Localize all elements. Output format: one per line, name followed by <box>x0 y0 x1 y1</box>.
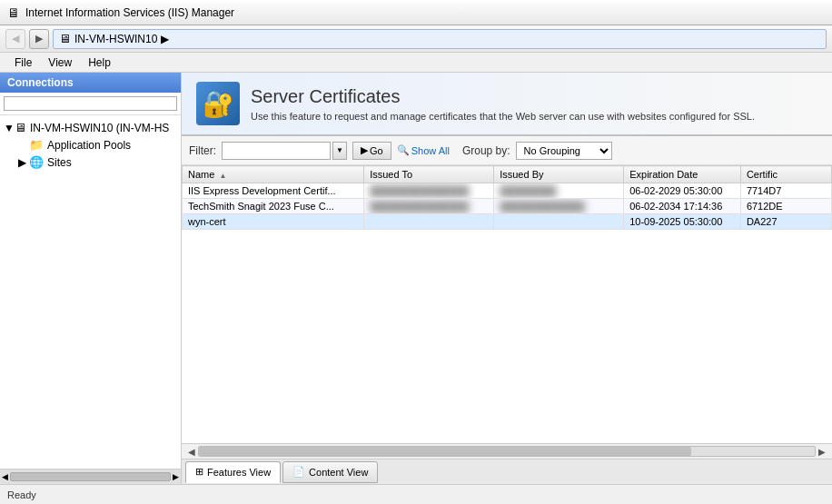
connections-tree: ▼ 🖥 IN-VM-HSWIN10 (IN-VM-HS 📁 Applicatio… <box>0 115 181 469</box>
hscroll-track[interactable] <box>198 446 816 457</box>
filter-label: Filter: <box>189 144 216 157</box>
breadcrumb: 🖥 IN-VM-HSWIN10 ▶ <box>53 29 827 49</box>
tree-label-sites: Sites <box>47 156 72 169</box>
table-body: IIS Express Development Certif... ██████… <box>183 183 832 230</box>
cell-name: TechSmith Snagit 2023 Fuse C... <box>183 199 364 214</box>
content-area: 🔐 Server Certificates Use this feature t… <box>182 73 832 484</box>
certificate-table-wrap: Name ▲ Issued To Issued By Expiration Da… <box>182 165 832 443</box>
cell-certificate: 6712DE <box>740 199 831 214</box>
tree-item-apppools[interactable]: 📁 Application Pools <box>0 136 181 153</box>
nav-bar: ◀ ▶ 🖥 IN-VM-HSWIN10 ▶ <box>0 25 832 53</box>
cell-issued-to: ██████████████ <box>364 199 494 214</box>
main-area: Connections ▼ 🖥 IN-VM-HSWIN10 (IN-VM-HS … <box>0 73 832 484</box>
cell-issued-by: ████████ <box>494 183 624 199</box>
cell-expiration: 06-02-2034 17:14:36 <box>624 199 741 214</box>
group-by-select[interactable]: No Grouping Issued By Expiration Date <box>516 142 612 160</box>
menu-bar: File View Help <box>0 53 832 73</box>
col-expiration[interactable]: Expiration Date <box>624 166 741 183</box>
server-icon: 🖥 <box>15 121 26 134</box>
certificate-table: Name ▲ Issued To Issued By Expiration Da… <box>182 165 832 230</box>
connections-header: Connections <box>0 73 181 93</box>
cell-name: IIS Express Development Certif... <box>183 183 364 199</box>
feature-header: 🔐 Server Certificates Use this feature t… <box>182 73 832 136</box>
server-cert-icon: 🔐 <box>203 89 234 119</box>
filter-input[interactable] <box>222 142 331 160</box>
filter-input-wrap: ▼ <box>222 142 347 160</box>
col-certificate[interactable]: Certific <box>740 166 831 183</box>
apppools-icon: 📁 <box>29 138 44 152</box>
table-row-selected[interactable]: wyn-cert 10-09-2025 05:30:00 DA227 <box>183 214 832 230</box>
feature-description: Use this feature to request and manage c… <box>251 111 755 122</box>
feature-title-area: Server Certificates Use this feature to … <box>251 86 755 122</box>
status-text: Ready <box>7 489 36 500</box>
tree-toggle-sites: ▶ <box>18 156 29 169</box>
forward-button[interactable]: ▶ <box>29 29 49 49</box>
back-button[interactable]: ◀ <box>5 29 25 49</box>
cell-issued-by: ████████████ <box>494 199 624 214</box>
horizontal-scrollbar[interactable]: ◀ ▶ <box>182 443 832 459</box>
cell-expiration: 06-02-2029 05:30:00 <box>624 183 741 199</box>
group-by-wrap: No Grouping Issued By Expiration Date <box>516 142 612 160</box>
connections-panel: Connections ▼ 🖥 IN-VM-HSWIN10 (IN-VM-HS … <box>0 73 182 484</box>
cell-certificate: DA227 <box>740 214 831 230</box>
col-issued-by[interactable]: Issued By <box>494 166 624 183</box>
tree-label-apppools: Application Pools <box>47 139 131 152</box>
hscroll-thumb[interactable] <box>199 447 691 456</box>
col-name[interactable]: Name ▲ <box>183 166 364 183</box>
tree-item-sites[interactable]: ▶ 🌐 Sites <box>0 153 181 171</box>
hscroll-right-arrow[interactable]: ▶ <box>816 447 828 457</box>
table-row[interactable]: IIS Express Development Certif... ██████… <box>183 183 832 199</box>
feature-title: Server Certificates <box>251 86 755 107</box>
app-icon: 🖥 <box>7 5 20 20</box>
features-view-icon: ⊞ <box>195 466 203 478</box>
cell-name: wyn-cert <box>183 214 364 230</box>
cell-expiration: 10-09-2025 05:30:00 <box>624 214 741 230</box>
tree-item-server[interactable]: ▼ 🖥 IN-VM-HSWIN10 (IN-VM-HS <box>0 119 181 136</box>
go-button[interactable]: ▶ Go <box>352 142 391 160</box>
cell-certificate: 7714D7 <box>740 183 831 199</box>
table-header-row: Name ▲ Issued To Issued By Expiration Da… <box>183 166 832 183</box>
breadcrumb-text: IN-VM-HSWIN10 <box>74 33 157 45</box>
chevron-down-icon: ▼ <box>336 146 343 154</box>
menu-help[interactable]: Help <box>81 55 118 70</box>
tree-toggle: ▼ <box>4 122 15 134</box>
bottom-tabs: ⊞ Features View 📄 Content View <box>182 459 832 484</box>
show-all-icon: 🔍 <box>397 144 410 156</box>
cell-issued-to: ██████████████ <box>364 183 494 199</box>
hscroll-left-arrow[interactable]: ◀ <box>185 447 198 457</box>
breadcrumb-separator: ▶ <box>161 33 169 45</box>
connections-search <box>0 93 181 115</box>
menu-file[interactable]: File <box>7 55 39 70</box>
content-view-icon: 📄 <box>292 466 305 478</box>
cell-issued-by <box>494 214 624 230</box>
tab-features-view[interactable]: ⊞ Features View <box>185 461 281 483</box>
filter-dropdown-button[interactable]: ▼ <box>332 142 347 160</box>
breadcrumb-icon: 🖥 <box>59 32 71 45</box>
sort-icon-name: ▲ <box>219 172 226 180</box>
tab-content-view[interactable]: 📄 Content View <box>282 461 378 483</box>
status-bar: Ready <box>0 484 832 504</box>
connections-search-input[interactable] <box>4 96 177 111</box>
title-bar: 🖥 Internet Information Services (IIS) Ma… <box>0 0 832 25</box>
table-row[interactable]: TechSmith Snagit 2023 Fuse C... ████████… <box>183 199 832 214</box>
tree-label-server: IN-VM-HSWIN10 (IN-VM-HS <box>30 122 169 134</box>
connections-hscroll[interactable]: ◀ ▶ <box>0 469 181 484</box>
sites-icon: 🌐 <box>29 155 44 169</box>
menu-view[interactable]: View <box>41 55 79 70</box>
scroll-left-arrow[interactable]: ◀ <box>2 472 8 481</box>
group-by-label: Group by: <box>462 144 510 157</box>
scroll-right-arrow[interactable]: ▶ <box>173 472 179 481</box>
col-issued-to[interactable]: Issued To <box>364 166 494 183</box>
show-all-button[interactable]: 🔍 Show All <box>397 144 450 156</box>
title-bar-text: Internet Information Services (IIS) Mana… <box>25 6 234 19</box>
cell-issued-to <box>364 214 494 230</box>
feature-icon-wrap: 🔐 <box>196 82 240 125</box>
toolbar: Filter: ▼ ▶ Go 🔍 Show All Group by: No G… <box>182 136 832 165</box>
go-icon: ▶ <box>361 144 368 156</box>
